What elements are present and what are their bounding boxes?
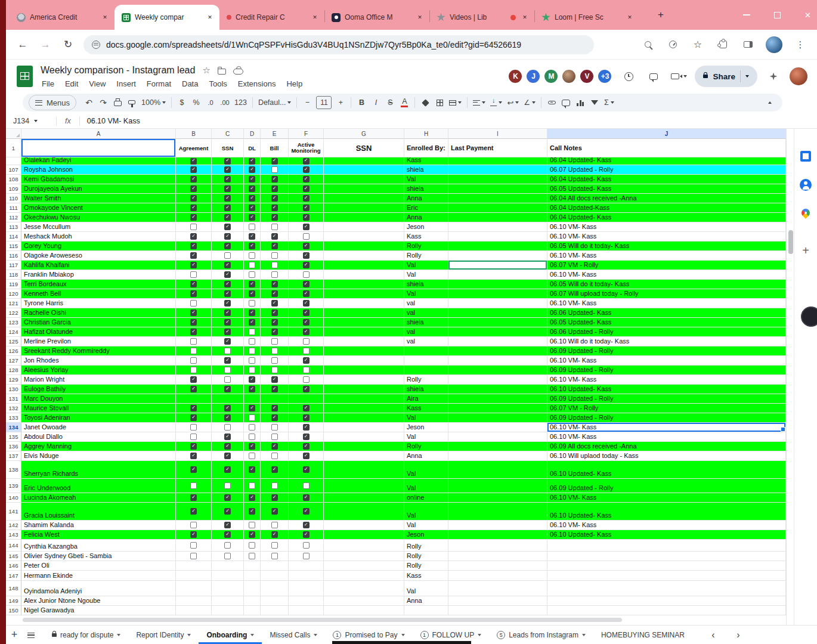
checkbox-cell[interactable] xyxy=(176,366,212,375)
checkbox-cell[interactable] xyxy=(261,375,289,385)
increase-decimal-button[interactable]: .00 xyxy=(218,95,231,110)
checkbox-unchecked[interactable] xyxy=(271,271,278,278)
menu-edit[interactable]: Edit xyxy=(60,78,83,89)
ssn-cell[interactable] xyxy=(324,461,404,479)
checkbox-cell[interactable] xyxy=(212,213,244,222)
name-cell[interactable]: Alex Junior Ntone Ngoube xyxy=(21,596,176,606)
enrolled-by-cell[interactable]: Val xyxy=(404,432,448,442)
checkbox-checked[interactable] xyxy=(190,195,197,202)
format-percent-button[interactable]: % xyxy=(190,95,203,110)
checkbox-cell[interactable] xyxy=(244,451,261,461)
header-enrolled-by[interactable]: Enrolled By: xyxy=(404,139,448,157)
call-notes-cell[interactable]: 06.10 Will do it today- Kass xyxy=(547,337,786,346)
checkbox-cell[interactable] xyxy=(244,571,261,581)
call-notes-cell[interactable]: 06.10 VM- Kass xyxy=(547,270,786,280)
menu-file[interactable]: File xyxy=(37,78,59,89)
checkbox-cell[interactable] xyxy=(212,356,244,366)
checkbox-checked[interactable] xyxy=(271,243,278,249)
browser-tab-ooma-office-m[interactable]: Ooma Office M xyxy=(324,5,429,30)
row-number[interactable]: 140 xyxy=(6,493,21,503)
call-notes-cell[interactable]: 06.10 VM- Kass xyxy=(547,232,786,242)
sheet-tab-missed-calls[interactable]: Missed Calls xyxy=(262,626,325,644)
checkbox-cell[interactable] xyxy=(261,432,289,442)
text-wrap-button[interactable] xyxy=(505,95,521,110)
name-cell[interactable]: Tyrone Harris xyxy=(21,299,176,308)
name-cell[interactable]: Eric Underwood xyxy=(21,479,176,493)
checkbox-cell[interactable] xyxy=(289,308,324,318)
checkbox-unchecked[interactable] xyxy=(271,522,278,528)
checkbox-unchecked[interactable] xyxy=(249,300,255,306)
checkbox-cell[interactable] xyxy=(261,346,289,356)
checkbox-cell[interactable] xyxy=(176,157,212,165)
checkbox-cell[interactable] xyxy=(212,203,244,213)
checkbox-checked[interactable] xyxy=(303,508,310,515)
checkbox-unchecked[interactable] xyxy=(249,357,255,364)
enrolled-by-cell[interactable]: Rolly xyxy=(404,442,448,451)
ssn-cell[interactable] xyxy=(324,442,404,451)
checkbox-cell[interactable] xyxy=(244,530,261,540)
checkbox-unchecked[interactable] xyxy=(303,233,310,240)
checkbox-cell[interactable] xyxy=(176,375,212,385)
checkbox-checked[interactable] xyxy=(271,300,278,306)
checkbox-cell[interactable] xyxy=(212,479,244,493)
increase-font-size-button[interactable] xyxy=(334,95,347,110)
checkbox-cell[interactable] xyxy=(244,213,261,222)
checkbox-checked[interactable] xyxy=(224,271,231,278)
ssn-cell[interactable] xyxy=(324,394,404,404)
checkbox-cell[interactable] xyxy=(244,423,261,432)
ssn-cell[interactable] xyxy=(324,337,404,346)
checkbox-cell[interactable] xyxy=(244,289,261,299)
checkbox-unchecked[interactable] xyxy=(271,482,278,489)
ssn-cell[interactable] xyxy=(324,606,404,615)
name-cell[interactable]: Olivier Sydney Gbeti - Sambia xyxy=(21,552,176,561)
checkbox-checked[interactable] xyxy=(271,494,278,501)
checkbox-checked[interactable] xyxy=(249,158,255,165)
tab-close-icon[interactable] xyxy=(205,13,215,22)
ssn-cell[interactable] xyxy=(324,432,404,442)
checkbox-unchecked[interactable] xyxy=(249,224,255,230)
call-notes-cell[interactable]: 06.10 VM- Kass xyxy=(547,432,786,442)
column-header-b[interactable]: B xyxy=(176,129,212,139)
last-payment-cell[interactable] xyxy=(448,493,547,503)
checkbox-unchecked[interactable] xyxy=(249,553,255,559)
checkbox-cell[interactable] xyxy=(244,442,261,451)
checkbox-cell[interactable] xyxy=(289,194,324,203)
checkbox-checked[interactable] xyxy=(224,158,231,165)
enrolled-by-cell[interactable]: Rolly xyxy=(404,561,448,571)
checkbox-checked[interactable] xyxy=(190,453,197,459)
ssn-cell[interactable] xyxy=(324,356,404,366)
checkbox-cell[interactable] xyxy=(244,318,261,327)
row-number[interactable]: 115 xyxy=(6,242,21,251)
last-payment-cell[interactable] xyxy=(448,261,547,270)
checkbox-cell[interactable] xyxy=(244,375,261,385)
checkbox-checked[interactable] xyxy=(303,319,310,326)
scroll-sheets-left-button[interactable] xyxy=(705,627,722,643)
row-number[interactable]: 143 xyxy=(6,530,21,540)
collaborator-avatar[interactable]: M xyxy=(543,69,559,84)
name-box[interactable]: J134 xyxy=(6,117,56,125)
enrolled-by-cell[interactable]: Anna xyxy=(404,194,448,203)
checkbox-checked[interactable] xyxy=(249,290,255,297)
last-payment-cell[interactable] xyxy=(448,337,547,346)
checkbox-checked[interactable] xyxy=(303,424,310,431)
checkbox-cell[interactable] xyxy=(289,413,324,423)
header-call-notes[interactable]: Call Notes xyxy=(547,139,786,157)
contacts-button[interactable] xyxy=(799,178,813,192)
enrolled-by-cell[interactable]: Val xyxy=(404,413,448,423)
browser-tab-loom-free-sc[interactable]: Loom | Free Sc xyxy=(534,5,639,30)
checkbox-cell[interactable] xyxy=(212,299,244,308)
last-payment-cell[interactable] xyxy=(448,318,547,327)
enrolled-by-cell[interactable]: shiela xyxy=(404,184,448,194)
checkbox-checked[interactable] xyxy=(190,376,197,383)
enrolled-by-cell[interactable]: Val xyxy=(404,503,448,521)
checkbox-checked[interactable] xyxy=(190,158,197,165)
row-number[interactable]: 119 xyxy=(6,280,21,289)
ssn-cell[interactable] xyxy=(324,530,404,540)
checkbox-cell[interactable] xyxy=(212,318,244,327)
checkbox-unchecked[interactable] xyxy=(249,348,255,354)
call-notes-cell[interactable]: 06.05 Will do it today- Kass xyxy=(547,242,786,251)
checkbox-cell[interactable] xyxy=(289,175,324,184)
enrolled-by-cell[interactable]: Anna xyxy=(404,596,448,606)
checkbox-cell[interactable] xyxy=(289,203,324,213)
last-payment-cell[interactable] xyxy=(448,203,547,213)
